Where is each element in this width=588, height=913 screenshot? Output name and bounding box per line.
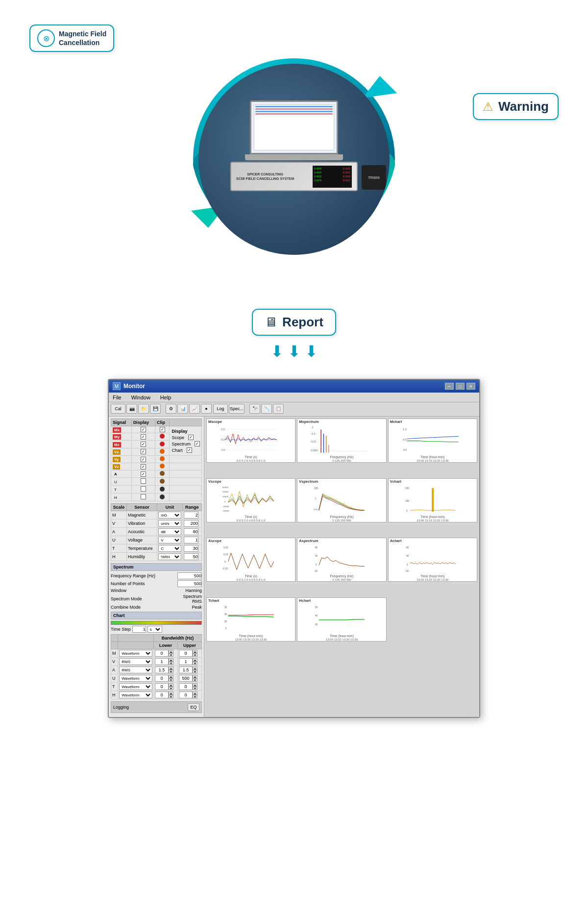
vy-display-check[interactable] [141,457,146,462]
h-mode-select[interactable]: Waveform [119,691,152,698]
num-points-input[interactable] [177,580,202,587]
vz-display-check[interactable] [141,464,146,469]
u-range-input[interactable] [184,537,198,543]
u-lower-down[interactable]: ▼ [169,678,173,682]
u-display-check[interactable] [141,478,146,484]
a-lower-down[interactable]: ▼ [169,670,173,673]
t-upper-down[interactable]: ▼ [193,687,197,690]
title-bar-controls[interactable]: − □ × [445,383,475,390]
ascope-area: 0.20 0.10 0 -0.20 [207,543,295,574]
h-upper-input[interactable] [179,691,193,698]
menu-file[interactable]: File [111,395,123,400]
equipment-box: SPICER CONSULTINGSC06 FIELD CANCELLING S… [230,162,358,191]
toolbar-btn7[interactable]: ● [201,404,212,414]
t-lower-input[interactable] [155,683,169,690]
toolbar-btn10[interactable]: 📋 [273,404,284,414]
toolbar-btn5[interactable]: 📊 [177,404,188,414]
t-range-input[interactable] [184,545,198,552]
m-range-input[interactable] [184,512,198,518]
my-display-check[interactable] [141,434,146,440]
a-unit-select[interactable]: dB [158,528,181,535]
t-upper-input[interactable] [179,683,193,690]
v-mode-select[interactable]: RMS [119,658,152,665]
a-lower-up[interactable]: ▲ [169,666,173,670]
a-upper-down[interactable]: ▼ [193,670,197,673]
minimize-button[interactable]: − [445,383,454,390]
v-lower-down[interactable]: ▼ [169,662,173,665]
a-upper-up[interactable]: ▲ [193,666,197,670]
m-mode-select[interactable]: Waveform [119,650,152,657]
t-mode-select[interactable]: Waveform [119,683,152,690]
h-lower-down[interactable]: ▼ [169,695,173,698]
toolbar-btn3[interactable]: 💾 [150,404,161,414]
device-image: SPICER CONSULTINGSC06 FIELD CANCELLING S… [213,100,375,218]
v-upper-down[interactable]: ▼ [193,662,197,665]
spectrum-check[interactable] [195,441,200,446]
toolbar-cal-btn[interactable]: Cal [111,404,125,414]
h-lower-input[interactable] [155,691,169,698]
toolbar-btn8[interactable]: 🔭 [249,404,260,414]
toolbar-btn4[interactable]: ⚙ [166,404,176,414]
a-range-input[interactable] [184,528,198,535]
m-upper-input[interactable] [179,650,193,657]
mx-clip-check[interactable] [160,427,165,432]
toolbar-btn6[interactable]: 📈 [189,404,200,414]
m-lower-up[interactable]: ▲ [169,650,173,653]
u-upper-input[interactable] [179,675,193,682]
menu-help[interactable]: Help [158,395,173,400]
a-display-check[interactable] [141,471,146,477]
h-upper-up[interactable]: ▲ [193,691,197,695]
h-range-input[interactable] [184,553,198,560]
time-step-input[interactable] [132,626,146,633]
u-mode-select[interactable]: Waveform [119,675,152,682]
m-lower-input[interactable] [155,650,169,657]
m-unit-select[interactable]: mG [158,512,181,518]
h-display-check[interactable] [141,494,146,499]
signal-table: Signal Display Clip Mx Display Scope [111,419,202,501]
m-lower-down[interactable]: ▼ [169,653,173,657]
h-unit-select[interactable]: %RH [158,553,181,560]
a-mode-select[interactable]: RMS [119,666,152,673]
v-upper-up[interactable]: ▲ [193,658,197,662]
chart-check[interactable] [187,447,192,453]
m-upper-down[interactable]: ▼ [193,653,197,657]
display-options-header [170,419,202,426]
t-upper-up[interactable]: ▲ [193,683,197,687]
menu-window[interactable]: Window [129,395,152,400]
scope-check[interactable] [188,435,194,440]
v-range-input[interactable] [184,520,198,527]
h-upper-down[interactable]: ▼ [193,695,197,698]
a-upper-input[interactable] [179,666,193,673]
t-lower-up[interactable]: ▲ [169,683,173,687]
toolbar-spec-btn[interactable]: Spec... [229,404,245,414]
u-unit-select[interactable]: V [158,537,181,543]
t-display-check[interactable] [141,486,146,492]
freq-range-input[interactable] [177,572,202,579]
v-upper-input[interactable] [179,658,193,665]
u-upper-up[interactable]: ▲ [193,675,197,678]
close-button[interactable]: × [466,383,475,390]
toolbar-btn9[interactable]: 📉 [261,404,272,414]
m-upper-up[interactable]: ▲ [193,650,197,653]
u-lower-input[interactable] [155,675,169,682]
t-unit-select[interactable]: C [158,545,181,552]
t-lower-down[interactable]: ▼ [169,687,173,690]
v-lower-up[interactable]: ▲ [169,658,173,662]
maximize-button[interactable]: □ [456,383,465,390]
time-step-unit-select[interactable]: s [147,626,162,633]
a-lower-input[interactable] [155,666,169,673]
v-lower-input[interactable] [155,658,169,665]
u-upper-down[interactable]: ▼ [193,678,197,682]
toolbar-btn1[interactable]: 📷 [126,404,137,414]
mx-display-check[interactable] [141,427,146,432]
report-text: Report [282,315,323,330]
h-lower-up[interactable]: ▲ [169,691,173,695]
v-unit-select[interactable]: um/s [158,520,181,527]
toolbar-btn2[interactable]: 📁 [138,404,149,414]
vx-display-check[interactable] [141,449,146,454]
u-lower-up[interactable]: ▲ [169,675,173,678]
hchart-chart: Hchart 50 40 30 Time (hour:min) 13:00 13… [297,597,386,642]
logging-btn[interactable]: EQ [188,703,199,711]
mz-display-check[interactable] [141,442,146,447]
toolbar-log-btn[interactable]: Log [213,404,228,414]
